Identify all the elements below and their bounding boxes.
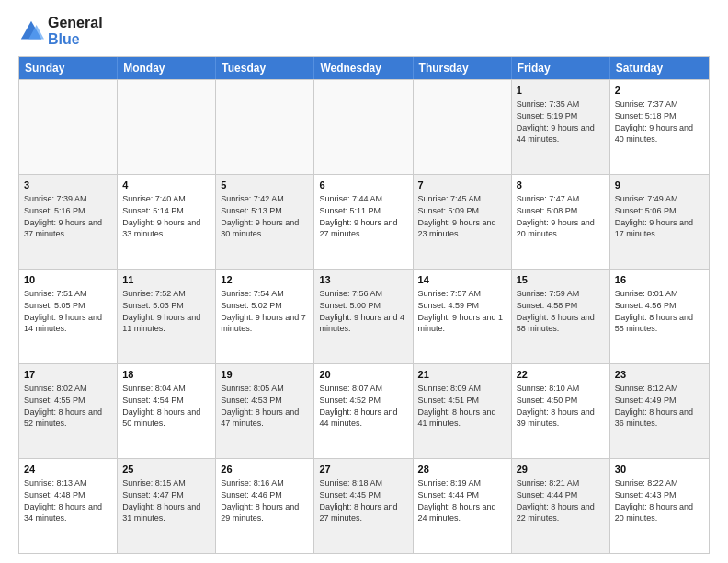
day-info: Sunrise: 8:22 AM Sunset: 4:43 PM Dayligh… (615, 478, 693, 523)
day-number: 24 (24, 463, 112, 477)
day-number: 8 (517, 178, 605, 192)
empty-cell-0-0 (19, 80, 118, 174)
day-number: 14 (418, 273, 506, 287)
calendar-row-2: 3Sunrise: 7:39 AM Sunset: 5:16 PM Daylig… (19, 174, 709, 269)
day-cell-24: 24Sunrise: 8:13 AM Sunset: 4:48 PM Dayli… (19, 459, 118, 553)
day-number: 7 (418, 178, 506, 192)
day-number: 30 (615, 463, 704, 477)
day-info: Sunrise: 7:52 AM Sunset: 5:03 PM Dayligh… (122, 289, 200, 333)
day-info: Sunrise: 7:35 AM Sunset: 5:19 PM Dayligh… (517, 99, 595, 144)
day-info: Sunrise: 8:21 AM Sunset: 4:44 PM Dayligh… (517, 478, 595, 523)
day-cell-23: 23Sunrise: 8:12 AM Sunset: 4:49 PM Dayli… (610, 364, 709, 458)
empty-cell-0-1 (118, 80, 216, 174)
day-cell-25: 25Sunrise: 8:15 AM Sunset: 4:47 PM Dayli… (118, 459, 216, 553)
day-cell-11: 11Sunrise: 7:52 AM Sunset: 5:03 PM Dayli… (118, 270, 216, 363)
day-info: Sunrise: 8:07 AM Sunset: 4:52 PM Dayligh… (319, 384, 397, 428)
logo-icon (18, 18, 44, 44)
page: General Blue SundayMondayTuesdayWednesda… (0, 0, 728, 563)
day-cell-12: 12Sunrise: 7:54 AM Sunset: 5:02 PM Dayli… (216, 270, 314, 363)
day-cell-14: 14Sunrise: 7:57 AM Sunset: 4:59 PM Dayli… (414, 270, 512, 363)
day-number: 16 (615, 273, 704, 287)
day-cell-22: 22Sunrise: 8:10 AM Sunset: 4:50 PM Dayli… (512, 364, 610, 458)
day-number: 6 (319, 178, 407, 192)
day-cell-8: 8Sunrise: 7:47 AM Sunset: 5:08 PM Daylig… (512, 175, 610, 269)
day-info: Sunrise: 7:42 AM Sunset: 5:13 PM Dayligh… (221, 194, 299, 238)
day-number: 26 (221, 463, 309, 477)
day-cell-9: 9Sunrise: 7:49 AM Sunset: 5:06 PM Daylig… (610, 175, 709, 269)
day-info: Sunrise: 8:15 AM Sunset: 4:47 PM Dayligh… (122, 478, 200, 523)
day-cell-16: 16Sunrise: 8:01 AM Sunset: 4:56 PM Dayli… (610, 270, 709, 363)
day-info: Sunrise: 8:18 AM Sunset: 4:45 PM Dayligh… (319, 478, 397, 523)
day-number: 27 (319, 463, 407, 477)
day-info: Sunrise: 7:37 AM Sunset: 5:18 PM Dayligh… (615, 99, 693, 144)
day-cell-7: 7Sunrise: 7:45 AM Sunset: 5:09 PM Daylig… (414, 175, 512, 269)
calendar-row-4: 17Sunrise: 8:02 AM Sunset: 4:55 PM Dayli… (19, 363, 709, 458)
day-cell-13: 13Sunrise: 7:56 AM Sunset: 5:00 PM Dayli… (314, 270, 413, 363)
day-info: Sunrise: 7:45 AM Sunset: 5:09 PM Dayligh… (418, 194, 496, 238)
day-number: 11 (122, 273, 210, 287)
day-cell-29: 29Sunrise: 8:21 AM Sunset: 4:44 PM Dayli… (512, 459, 610, 553)
header-day-friday: Friday (512, 57, 610, 79)
day-number: 4 (122, 178, 210, 192)
calendar-header: SundayMondayTuesdayWednesdayThursdayFrid… (19, 57, 709, 79)
day-cell-15: 15Sunrise: 7:59 AM Sunset: 4:58 PM Dayli… (512, 270, 610, 363)
day-info: Sunrise: 8:04 AM Sunset: 4:54 PM Dayligh… (122, 384, 200, 428)
header-day-thursday: Thursday (414, 57, 512, 79)
day-cell-27: 27Sunrise: 8:18 AM Sunset: 4:45 PM Dayli… (314, 459, 413, 553)
day-number: 21 (418, 368, 506, 382)
day-number: 25 (122, 463, 210, 477)
day-number: 1 (517, 84, 605, 98)
header-day-tuesday: Tuesday (216, 57, 314, 79)
day-number: 5 (221, 178, 309, 192)
day-number: 10 (24, 273, 112, 287)
day-cell-10: 10Sunrise: 7:51 AM Sunset: 5:05 PM Dayli… (19, 270, 118, 363)
empty-cell-0-4 (414, 80, 512, 174)
day-number: 18 (122, 368, 210, 382)
calendar-row-3: 10Sunrise: 7:51 AM Sunset: 5:05 PM Dayli… (19, 269, 709, 363)
day-number: 19 (221, 368, 309, 382)
calendar-row-5: 24Sunrise: 8:13 AM Sunset: 4:48 PM Dayli… (19, 458, 709, 553)
header-day-wednesday: Wednesday (314, 57, 413, 79)
day-cell-30: 30Sunrise: 8:22 AM Sunset: 4:43 PM Dayli… (610, 459, 709, 553)
day-number: 3 (24, 178, 112, 192)
logo: General Blue (18, 15, 103, 47)
day-cell-20: 20Sunrise: 8:07 AM Sunset: 4:52 PM Dayli… (314, 364, 413, 458)
day-number: 17 (24, 368, 112, 382)
day-info: Sunrise: 8:16 AM Sunset: 4:46 PM Dayligh… (221, 478, 299, 523)
logo-text: General Blue (48, 15, 103, 47)
day-info: Sunrise: 7:57 AM Sunset: 4:59 PM Dayligh… (418, 289, 504, 333)
calendar-body: 1Sunrise: 7:35 AM Sunset: 5:19 PM Daylig… (19, 79, 709, 553)
day-number: 9 (615, 178, 704, 192)
day-info: Sunrise: 8:19 AM Sunset: 4:44 PM Dayligh… (418, 478, 496, 523)
day-number: 15 (517, 273, 605, 287)
day-cell-2: 2Sunrise: 7:37 AM Sunset: 5:18 PM Daylig… (610, 80, 709, 174)
header-day-sunday: Sunday (19, 57, 118, 79)
day-number: 28 (418, 463, 506, 477)
day-info: Sunrise: 7:47 AM Sunset: 5:08 PM Dayligh… (517, 194, 595, 238)
day-number: 2 (615, 84, 704, 98)
day-number: 22 (517, 368, 605, 382)
day-cell-4: 4Sunrise: 7:40 AM Sunset: 5:14 PM Daylig… (118, 175, 216, 269)
header-day-saturday: Saturday (610, 57, 709, 79)
empty-cell-0-2 (216, 80, 314, 174)
header: General Blue (18, 15, 710, 47)
day-info: Sunrise: 8:10 AM Sunset: 4:50 PM Dayligh… (517, 384, 595, 428)
day-info: Sunrise: 7:40 AM Sunset: 5:14 PM Dayligh… (122, 194, 200, 238)
day-number: 23 (615, 368, 704, 382)
day-number: 20 (319, 368, 407, 382)
day-info: Sunrise: 7:54 AM Sunset: 5:02 PM Dayligh… (221, 289, 306, 333)
day-info: Sunrise: 8:02 AM Sunset: 4:55 PM Dayligh… (24, 384, 102, 428)
day-cell-18: 18Sunrise: 8:04 AM Sunset: 4:54 PM Dayli… (118, 364, 216, 458)
day-number: 29 (517, 463, 605, 477)
day-number: 13 (319, 273, 407, 287)
day-info: Sunrise: 7:49 AM Sunset: 5:06 PM Dayligh… (615, 194, 693, 238)
day-info: Sunrise: 7:51 AM Sunset: 5:05 PM Dayligh… (24, 289, 102, 333)
day-info: Sunrise: 7:59 AM Sunset: 4:58 PM Dayligh… (517, 289, 595, 333)
day-info: Sunrise: 8:12 AM Sunset: 4:49 PM Dayligh… (615, 384, 693, 428)
day-cell-3: 3Sunrise: 7:39 AM Sunset: 5:16 PM Daylig… (19, 175, 118, 269)
day-info: Sunrise: 8:01 AM Sunset: 4:56 PM Dayligh… (615, 289, 693, 333)
header-day-monday: Monday (118, 57, 216, 79)
day-cell-17: 17Sunrise: 8:02 AM Sunset: 4:55 PM Dayli… (19, 364, 118, 458)
day-cell-28: 28Sunrise: 8:19 AM Sunset: 4:44 PM Dayli… (414, 459, 512, 553)
calendar: SundayMondayTuesdayWednesdayThursdayFrid… (18, 56, 710, 554)
